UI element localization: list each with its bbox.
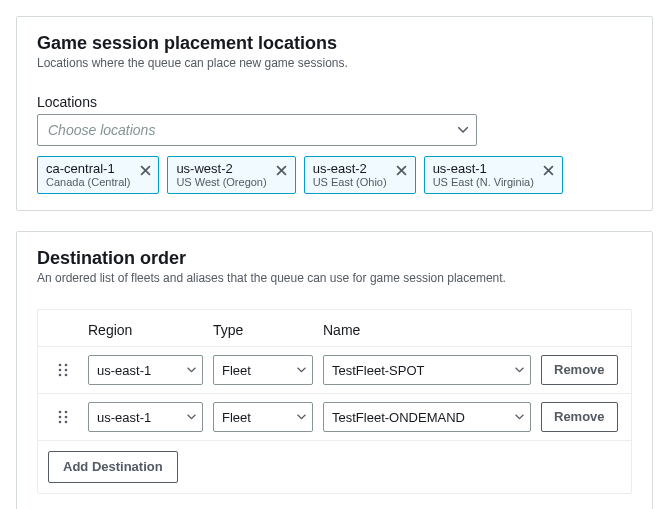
drag-handle-icon[interactable]	[58, 410, 68, 424]
col-header-name: Name	[323, 322, 531, 338]
type-select[interactable]: Fleet	[213, 355, 313, 385]
chevron-down-icon	[297, 415, 306, 420]
name-select[interactable]: TestFleet-ONDEMAND	[323, 402, 531, 432]
svg-point-1	[65, 364, 68, 367]
locations-placeholder: Choose locations	[48, 122, 155, 138]
type-value: Fleet	[222, 363, 251, 378]
token-code: us-west-2	[176, 161, 266, 176]
type-select[interactable]: Fleet	[213, 402, 313, 432]
destination-title: Destination order	[37, 248, 632, 269]
location-token: us-east-2 US East (Ohio)	[304, 156, 416, 194]
drag-handle-icon[interactable]	[58, 363, 68, 377]
chevron-down-icon	[297, 368, 306, 373]
token-name: US East (Ohio)	[313, 176, 387, 189]
token-name: Canada (Central)	[46, 176, 130, 189]
chevron-down-icon	[187, 368, 196, 373]
region-select[interactable]: us-east-1	[88, 402, 203, 432]
svg-point-10	[59, 421, 62, 424]
locations-trigger[interactable]: Choose locations	[37, 114, 477, 146]
destination-order-panel: Destination order An ordered list of fle…	[16, 231, 653, 509]
location-token: ca-central-1 Canada (Central)	[37, 156, 159, 194]
token-name: US West (Oregon)	[176, 176, 266, 189]
name-value: TestFleet-ONDEMAND	[332, 410, 465, 425]
col-header-type: Type	[213, 322, 313, 338]
remove-button[interactable]: Remove	[541, 355, 618, 385]
location-token: us-west-2 US West (Oregon)	[167, 156, 295, 194]
svg-point-7	[65, 411, 68, 414]
remove-button[interactable]: Remove	[541, 402, 618, 432]
svg-point-2	[59, 369, 62, 372]
token-code: us-east-1	[433, 161, 534, 176]
type-value: Fleet	[222, 410, 251, 425]
svg-point-3	[65, 369, 68, 372]
locations-multiselect[interactable]: Choose locations	[37, 114, 477, 146]
token-name: US East (N. Virginia)	[433, 176, 534, 189]
name-value: TestFleet-SPOT	[332, 363, 424, 378]
placement-title: Game session placement locations	[37, 33, 632, 54]
region-value: us-east-1	[97, 363, 151, 378]
chevron-down-icon	[458, 127, 468, 133]
region-select[interactable]: us-east-1	[88, 355, 203, 385]
table-header-row: Region Type Name	[38, 310, 631, 346]
add-destination-button[interactable]: Add Destination	[48, 451, 178, 483]
token-code: us-east-2	[313, 161, 387, 176]
close-icon[interactable]	[136, 161, 154, 179]
svg-point-11	[65, 421, 68, 424]
svg-point-5	[65, 374, 68, 377]
chevron-down-icon	[515, 368, 524, 373]
location-tokens: ca-central-1 Canada (Central) us-west-2 …	[37, 156, 632, 194]
locations-label: Locations	[37, 94, 632, 110]
svg-point-8	[59, 416, 62, 419]
placement-desc: Locations where the queue can place new …	[37, 56, 632, 70]
chevron-down-icon	[515, 415, 524, 420]
destination-desc: An ordered list of fleets and aliases th…	[37, 271, 632, 285]
name-select[interactable]: TestFleet-SPOT	[323, 355, 531, 385]
svg-point-9	[65, 416, 68, 419]
table-row: us-east-1 Fleet TestFleet-SPOT	[38, 346, 631, 393]
region-value: us-east-1	[97, 410, 151, 425]
close-icon[interactable]	[273, 161, 291, 179]
placement-locations-panel: Game session placement locations Locatio…	[16, 16, 653, 211]
table-row: us-east-1 Fleet TestFleet-ONDEMAND	[38, 393, 631, 440]
svg-point-6	[59, 411, 62, 414]
chevron-down-icon	[187, 415, 196, 420]
svg-point-0	[59, 364, 62, 367]
col-header-region: Region	[88, 322, 203, 338]
close-icon[interactable]	[540, 161, 558, 179]
svg-point-4	[59, 374, 62, 377]
location-token: us-east-1 US East (N. Virginia)	[424, 156, 563, 194]
token-code: ca-central-1	[46, 161, 130, 176]
destination-table: Region Type Name us-east-1	[37, 309, 632, 494]
close-icon[interactable]	[393, 161, 411, 179]
